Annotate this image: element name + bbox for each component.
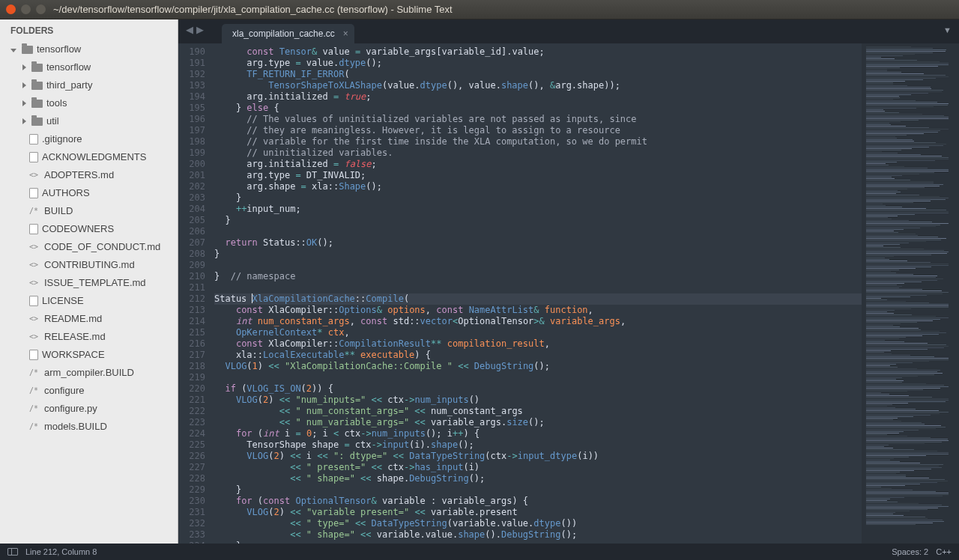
file-type-icon: <>: [29, 240, 40, 255]
nav-arrows: ◀ ▶: [186, 24, 204, 35]
file-icon: [29, 224, 38, 234]
file-icon: [29, 188, 38, 198]
folder-label: tensorflow: [37, 42, 81, 57]
window-title: ~/dev/tensorflow/tensorflow/compiler/jit…: [53, 4, 453, 15]
file-type-icon: <>: [29, 329, 40, 344]
window-titlebar: ~/dev/tensorflow/tensorflow/compiler/jit…: [0, 0, 959, 19]
file-label: CODE_OF_CONDUCT.md: [44, 240, 160, 255]
file-label: configure.py: [44, 401, 97, 416]
close-button[interactable]: [6, 4, 16, 14]
file-type-icon: <>: [29, 311, 40, 326]
chevron-down-icon: [10, 49, 16, 52]
tree-file[interactable]: LICENSE: [0, 292, 178, 310]
file-icon: [29, 152, 38, 162]
file-label: README.md: [44, 311, 102, 326]
file-label: RELEASE.md: [44, 329, 106, 344]
tab-overflow-icon[interactable]: ▼: [943, 25, 952, 34]
line-gutter: 1901911921931941951961971981992002012022…: [178, 43, 214, 544]
tree-file[interactable]: <>README.md: [0, 310, 178, 328]
tree-file[interactable]: /*models.BUILD: [0, 418, 178, 436]
file-icon: [29, 350, 38, 360]
folder-icon: [31, 64, 43, 72]
tree-file[interactable]: /*BUILD: [0, 202, 178, 220]
file-type-icon: <>: [29, 276, 40, 290]
tree-file[interactable]: <>ADOPTERS.md: [0, 166, 178, 184]
chevron-right-icon: [22, 64, 26, 70]
folder-label: tools: [46, 96, 67, 111]
tree-file[interactable]: .gitignore: [0, 130, 178, 148]
tree-file[interactable]: <>RELEASE.md: [0, 328, 178, 346]
file-label: .gitignore: [42, 132, 82, 147]
file-label: ADOPTERS.md: [44, 168, 114, 183]
tab-xla-compilation-cache[interactable]: xla_compilation_cache.cc ×: [222, 24, 354, 43]
tree-file[interactable]: CODEOWNERS: [0, 220, 178, 238]
folder-label: third_party: [46, 78, 92, 93]
tree-file[interactable]: ACKNOWLEDGMENTS: [0, 148, 178, 166]
folder-label: tensorflow: [46, 60, 91, 75]
tab-bar: xla_compilation_cache.cc × ▼: [178, 19, 959, 43]
file-type-icon: /*: [29, 401, 40, 416]
syntax-status[interactable]: C++: [936, 547, 952, 556]
folder-tree: tensorflow tensorflowthird_partytoolsuti…: [0, 40, 178, 436]
file-type-icon: /*: [29, 365, 40, 380]
file-label: ACKNOWLEDGMENTS: [42, 150, 146, 165]
file-label: ISSUE_TEMPLATE.md: [44, 276, 146, 290]
folder-icon: [31, 82, 43, 90]
nav-back-icon[interactable]: ◀: [186, 24, 193, 35]
file-type-icon: /*: [29, 383, 40, 398]
file-label: configure: [44, 383, 84, 398]
indentation-status[interactable]: Spaces: 2: [892, 547, 928, 556]
tree-folder-third_party[interactable]: third_party: [0, 76, 178, 94]
minimize-button[interactable]: [21, 4, 31, 14]
tree-file[interactable]: <>CODE_OF_CONDUCT.md: [0, 238, 178, 256]
tab-label: xla_compilation_cache.cc: [232, 28, 335, 39]
tree-folder-tools[interactable]: tools: [0, 94, 178, 112]
tree-file[interactable]: /*arm_compiler.BUILD: [0, 364, 178, 382]
tree-file[interactable]: AUTHORS: [0, 184, 178, 202]
tree-file[interactable]: <>CONTRIBUTING.md: [0, 256, 178, 274]
nav-forward-icon[interactable]: ▶: [196, 24, 204, 35]
tree-root-tensorflow[interactable]: tensorflow: [0, 40, 178, 58]
close-icon[interactable]: ×: [343, 28, 348, 39]
folder-label: util: [46, 114, 59, 129]
file-icon: [29, 296, 38, 306]
cursor-position[interactable]: Line 212, Column 8: [25, 547, 97, 556]
panel-toggle-icon[interactable]: [7, 548, 18, 556]
window-controls: [6, 4, 46, 14]
chevron-right-icon: [22, 118, 26, 124]
minimap[interactable]: [862, 43, 959, 544]
file-type-icon: <>: [29, 258, 40, 273]
editor-area: ◀ ▶ xla_compilation_cache.cc × ▼ 1901911…: [178, 19, 959, 544]
file-label: BUILD: [44, 204, 73, 219]
tree-file[interactable]: WORKSPACE: [0, 346, 178, 364]
tree-file[interactable]: /*configure.py: [0, 400, 178, 418]
file-label: WORKSPACE: [42, 347, 105, 362]
file-label: CONTRIBUTING.md: [44, 258, 135, 273]
folder-icon: [31, 118, 43, 126]
chevron-right-icon: [22, 82, 26, 88]
file-type-icon: /*: [29, 419, 40, 434]
tree-folder-util[interactable]: util: [0, 112, 178, 130]
file-label: arm_compiler.BUILD: [44, 365, 134, 380]
code-editor[interactable]: const Tensor& value = variable_args[vari…: [214, 43, 862, 544]
file-type-icon: /*: [29, 204, 40, 219]
sidebar: FOLDERS tensorflow tensorflowthird_party…: [0, 19, 178, 544]
maximize-button[interactable]: [36, 4, 46, 14]
folder-icon: [31, 100, 43, 108]
file-label: AUTHORS: [42, 186, 90, 201]
file-type-icon: <>: [29, 168, 40, 183]
file-icon: [29, 134, 38, 144]
file-label: CODEOWNERS: [42, 222, 114, 237]
tree-file[interactable]: <>ISSUE_TEMPLATE.md: [0, 274, 178, 292]
chevron-right-icon: [22, 100, 26, 106]
file-label: models.BUILD: [44, 419, 107, 434]
sidebar-header: FOLDERS: [0, 19, 178, 40]
file-label: LICENSE: [42, 293, 84, 308]
tree-file[interactable]: /*configure: [0, 382, 178, 400]
status-bar: Line 212, Column 8 Spaces: 2 C++: [0, 544, 959, 560]
tree-folder-tensorflow[interactable]: tensorflow: [0, 58, 178, 76]
folder-icon: [22, 46, 33, 54]
